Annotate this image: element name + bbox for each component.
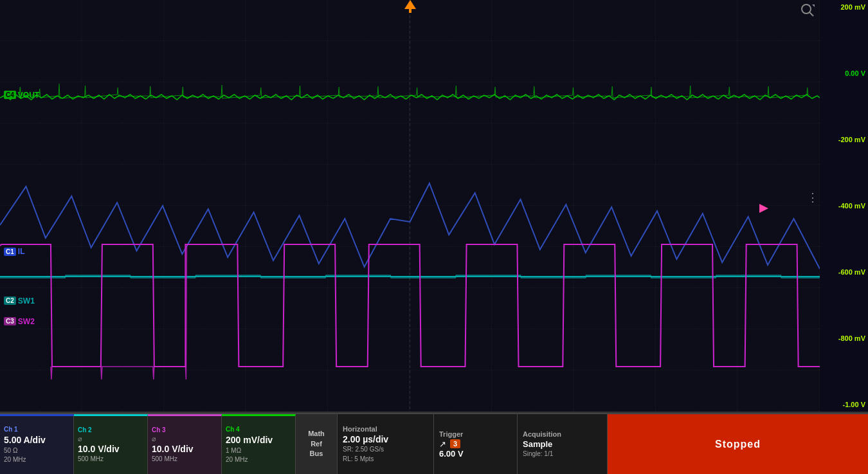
trigger-level: 6.00 V — [439, 449, 512, 459]
svg-marker-2 — [812, 5, 815, 7]
ch1-voltage: 5.00 A/div — [4, 434, 69, 446]
voltage-n1v: -1.00 V — [843, 401, 865, 408]
ch3-label: Ch 3 — [152, 426, 217, 433]
c3-sw2-label: C3 SW2 — [4, 317, 35, 326]
display-area: ⋮ — [0, 0, 868, 413]
three-dots-menu[interactable]: ⋮ — [807, 190, 818, 205]
c3-badge: C3 — [4, 317, 16, 325]
svg-line-1 — [809, 12, 813, 16]
oscilloscope: ⋮ — [0, 0, 868, 474]
cursor-arrow — [757, 204, 768, 215]
waveform-area[interactable]: ⋮ — [0, 0, 820, 412]
stopped-button[interactable]: Stopped — [608, 414, 868, 474]
horizontal-title: Horizontal — [343, 425, 428, 433]
ch3-box[interactable]: Ch 3 ⌀ 10.0 V/div 500 MHz — [148, 414, 222, 474]
math-ref-bus-label: Math Ref Bus — [308, 429, 325, 459]
c2-badge: C2 — [4, 296, 16, 305]
vout-text: VOUT — [18, 91, 39, 100]
ch4-voltage: 200 mV/div — [226, 434, 291, 446]
ch1-label: Ch 1 — [4, 426, 69, 433]
horizontal-sample-rate: SR: 2.50 GS/s — [343, 444, 428, 454]
sw1-text: SW1 — [18, 296, 35, 305]
acquisition-box[interactable]: Acquisition Sample Single: 1/1 — [518, 414, 608, 474]
trigger-box[interactable]: Trigger ↗ 3 6.00 V — [434, 414, 518, 474]
right-axis: 200 mV 0.00 V -200 mV -400 mV -600 mV -8… — [820, 0, 868, 412]
voltage-n600mv: -600 mV — [838, 268, 865, 276]
c1-il-label: C1 IL — [4, 247, 24, 256]
trigger-row: ↗ 3 — [439, 439, 512, 449]
acquisition-count: Single: 1/1 — [523, 449, 602, 459]
ch2-box[interactable]: Ch 2 ⌀ 10.0 V/div 500 MHz — [74, 414, 148, 474]
ch4-bandwidth: 20 MHz — [226, 455, 291, 464]
voltage-200mv: 200 mV — [840, 3, 865, 11]
trigger-channel-badge: 3 — [450, 439, 460, 448]
svg-marker-5 — [759, 204, 768, 213]
voltage-n200mv: -200 mV — [838, 136, 865, 143]
ch4-impedance: 1 MΩ — [226, 446, 291, 455]
svg-marker-3 — [404, 0, 416, 9]
bottom-bar: Ch 1 5.00 A/div 50 Ω 20 MHz Ch 2 ⌀ 10.0 … — [0, 413, 868, 474]
ch1-impedance: 50 Ω — [4, 446, 69, 455]
ch2-label: Ch 2 — [78, 426, 143, 433]
ch2-voltage: 10.0 V/div — [78, 443, 143, 455]
c4-vout-label: C4 VOUT — [4, 91, 39, 100]
horizontal-time-div: 2.00 µs/div — [343, 434, 428, 444]
ch2-bandwidth: 500 MHz — [78, 455, 143, 464]
horizontal-record-length: RL: 5 Mpts — [343, 454, 428, 464]
sw2-text: SW2 — [18, 317, 35, 326]
svg-rect-4 — [409, 8, 411, 13]
trigger-slope-symbol: ↗ — [439, 439, 446, 449]
ch4-box[interactable]: Ch 4 200 mV/div 1 MΩ 20 MHz — [222, 414, 296, 474]
trigger-marker — [404, 0, 416, 15]
ch1-bandwidth: 20 MHz — [4, 455, 69, 464]
math-ref-bus-button[interactable]: Math Ref Bus — [296, 414, 338, 474]
voltage-0v: 0.00 V — [845, 69, 865, 77]
search-icon[interactable] — [800, 3, 815, 21]
trigger-title: Trigger — [439, 430, 512, 438]
horizontal-box[interactable]: Horizontal 2.00 µs/div SR: 2.50 GS/s RL:… — [338, 414, 434, 474]
acquisition-mode: Sample — [523, 439, 602, 449]
waveform-svg: IL — [0, 0, 820, 412]
ch4-label: Ch 4 — [226, 426, 291, 433]
stopped-label: Stopped — [715, 439, 761, 450]
c1-badge: C1 — [4, 248, 16, 256]
ch3-bandwidth: 500 MHz — [152, 455, 217, 464]
voltage-n400mv: -400 mV — [838, 202, 865, 210]
il-text: IL — [18, 247, 25, 256]
voltage-n800mv: -800 mV — [838, 334, 865, 342]
c2-sw1-label: C2 SW1 — [4, 296, 35, 305]
ch3-voltage: 10.0 V/div — [152, 443, 217, 455]
svg-point-0 — [802, 5, 811, 14]
c4-badge: C4 — [4, 91, 16, 99]
acquisition-title: Acquisition — [523, 430, 602, 438]
ch1-box[interactable]: Ch 1 5.00 A/div 50 Ω 20 MHz — [0, 414, 74, 474]
